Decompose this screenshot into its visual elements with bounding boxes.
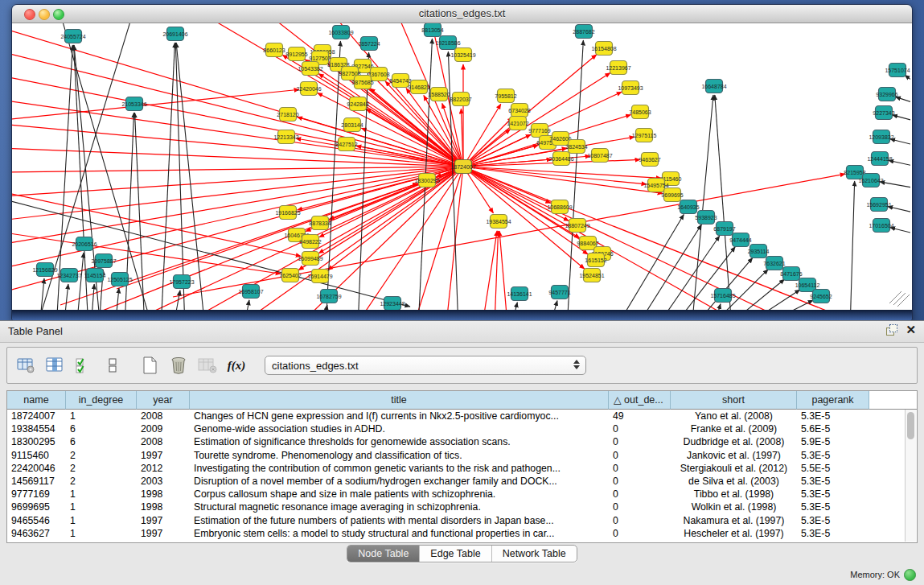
column-header-short[interactable]: short <box>671 391 797 410</box>
graph-node[interactable]: 8912955 <box>285 47 307 61</box>
table-cell[interactable]: Jankovic et al. (1997) <box>671 449 797 462</box>
table-cell[interactable]: Tibbo et al. (1998) <box>671 488 797 501</box>
table-cell[interactable]: 9699695 <box>7 501 66 513</box>
graph-node[interactable]: 12342737 <box>56 269 81 282</box>
column-header-title[interactable]: title <box>190 391 609 410</box>
column-header-in_degree[interactable]: in_degree <box>66 391 137 410</box>
table-cell[interactable]: Genome-wide association studies in ADHD. <box>190 422 609 435</box>
graph-node[interactable]: 9875685 <box>351 76 373 89</box>
table-cell[interactable]: Changes of HCN gene expression and I(f) … <box>190 410 609 422</box>
table-cell[interactable]: 5.3E-5 <box>797 449 869 462</box>
table-cell[interactable]: Estimation of significance thresholds fo… <box>190 435 609 448</box>
table-cell[interactable]: 5.3E-5 <box>797 514 869 527</box>
table-cell[interactable]: 18300295 <box>7 435 66 448</box>
table-cell[interactable]: 2 <box>66 475 137 488</box>
row-selection-button[interactable] <box>72 353 96 377</box>
table-cell[interactable]: 2009 <box>137 422 190 435</box>
graph-node[interactable]: 17957223 <box>169 275 194 289</box>
table-options-button[interactable] <box>14 353 38 377</box>
graph-node[interactable]: 17016504 <box>869 219 893 233</box>
table-cell[interactable]: 0 <box>609 527 671 540</box>
table-cell[interactable]: 5.3E-5 <box>797 410 869 422</box>
table-cell[interactable]: Dudbridge et al. (2008) <box>671 435 797 448</box>
graph-node[interactable]: 20691406 <box>162 27 187 41</box>
graph-node[interactable]: 15692951 <box>866 198 891 212</box>
function-builder-button[interactable]: f(x) <box>224 353 248 377</box>
graph-node[interactable]: 16958107 <box>238 285 263 299</box>
graph-node[interactable]: 7625402 <box>279 269 301 282</box>
table-cell[interactable]: 5.5E-5 <box>797 462 869 475</box>
merge-tables-button[interactable] <box>101 353 125 377</box>
table-cell[interactable]: 5.9E-5 <box>797 435 869 448</box>
tab-network-table[interactable]: Network Table <box>491 546 577 562</box>
table-cell[interactable]: 5.3E-5 <box>797 475 869 488</box>
graph-node[interactable]: 9146821 <box>408 80 429 94</box>
table-cell[interactable]: 6 <box>66 422 137 435</box>
table-cell[interactable]: Nakamura et al. (1997) <box>671 514 797 527</box>
table-cell[interactable]: 1 <box>66 514 137 527</box>
network-canvas[interactable]: 2405572420691406160338097857224881305419… <box>12 23 912 310</box>
graph-node[interactable]: 16154808 <box>591 42 616 56</box>
graph-node[interactable]: 21053346 <box>121 97 146 111</box>
graph-node[interactable]: 2718120 <box>277 108 298 122</box>
table-cell[interactable]: 0 <box>609 501 671 513</box>
table-cell[interactable]: 1 <box>66 501 137 513</box>
graph-node[interactable]: 9699695 <box>661 188 683 202</box>
graph-node[interactable]: 10973493 <box>618 81 643 95</box>
table-cell[interactable]: Wolkin et al. (1998) <box>671 501 797 513</box>
graph-node[interactable]: 7632621 <box>763 257 785 270</box>
table-vertical-scrollbar[interactable] <box>905 410 916 542</box>
table-cell[interactable]: Estimation of the future numbers of pati… <box>190 514 609 527</box>
table-cell[interactable]: Investigating the contribution of common… <box>190 462 609 475</box>
table-cell[interactable]: 0 <box>609 488 671 501</box>
graph-node[interactable]: 12156829 <box>32 263 57 277</box>
network-window-titlebar[interactable]: citations_edges.txt <box>12 5 912 23</box>
graph-node[interactable]: 1640935 <box>677 200 699 214</box>
graph-node[interactable]: 8822037 <box>450 93 471 106</box>
column-header-pagerank[interactable]: pagerank <box>797 391 869 410</box>
graph-node[interactable]: 8660123 <box>263 43 285 57</box>
table-cell[interactable]: Stergiakouli et al. (2012) <box>671 462 797 475</box>
graph-node[interactable]: 12923448 <box>380 297 405 311</box>
graph-node[interactable]: 8427512 <box>335 138 357 151</box>
scrollbar-thumb[interactable] <box>907 412 914 439</box>
table-cell[interactable]: 6 <box>66 435 137 448</box>
graph-node[interactable]: 3824534 <box>565 140 587 154</box>
graph-node[interactable]: 9245652 <box>810 290 832 303</box>
graph-node[interactable]: 6734028 <box>508 104 530 117</box>
table-cell[interactable]: Disruption of a novel member of a sodium… <box>190 475 609 488</box>
table-cell[interactable]: 2008 <box>137 435 190 448</box>
graph-node[interactable]: 15716485 <box>710 289 735 303</box>
graph-node[interactable]: 1421072 <box>507 117 528 130</box>
table-cell[interactable]: 2 <box>66 449 137 462</box>
graph-node[interactable]: 9463627 <box>639 153 660 167</box>
graph-node[interactable]: 12093832 <box>869 130 893 144</box>
graph-node[interactable]: 2887682 <box>573 25 594 39</box>
table-cell[interactable]: 0 <box>609 449 671 462</box>
table-cell[interactable]: 9463627 <box>7 527 66 540</box>
table-cell[interactable]: 0 <box>609 435 671 448</box>
graph-node[interactable]: 12975115 <box>632 129 657 142</box>
graph-node[interactable]: 2803144 <box>341 118 363 132</box>
table-cell[interactable]: 5.3E-5 <box>797 488 869 501</box>
column-header-out_de[interactable]: △ out_de... <box>609 391 671 410</box>
graph-node[interactable]: 14136141 <box>507 287 532 301</box>
table-cell[interactable]: Corpus callosum shape and size in male p… <box>190 488 609 501</box>
graph-node[interactable]: 16033809 <box>328 26 353 39</box>
graph-node[interactable]: 12213967 <box>606 61 630 75</box>
graph-node[interactable]: 19524851 <box>579 269 604 282</box>
graph-node[interactable]: 24055724 <box>60 30 85 43</box>
graph-node[interactable]: 16782759 <box>316 290 341 303</box>
table-cell[interactable]: de Silva et al. (2003) <box>671 475 797 488</box>
graph-node[interactable]: 8471676 <box>780 267 802 281</box>
graph-node[interactable]: 10325419 <box>450 48 475 62</box>
graph-node[interactable]: 9474444 <box>729 233 751 247</box>
graph-node[interactable]: 10807487 <box>587 149 612 163</box>
table-cell[interactable]: Embryonic stem cells: a model to study s… <box>190 527 609 540</box>
table-cell[interactable]: Yano et al. (2008) <box>671 410 797 422</box>
table-cell[interactable]: 2012 <box>137 462 190 475</box>
table-cell[interactable]: 2 <box>66 462 137 475</box>
graph-node[interactable]: 12444158 <box>867 152 892 166</box>
table-cell[interactable]: 1998 <box>137 501 190 513</box>
float-panel-icon[interactable] <box>886 324 897 336</box>
